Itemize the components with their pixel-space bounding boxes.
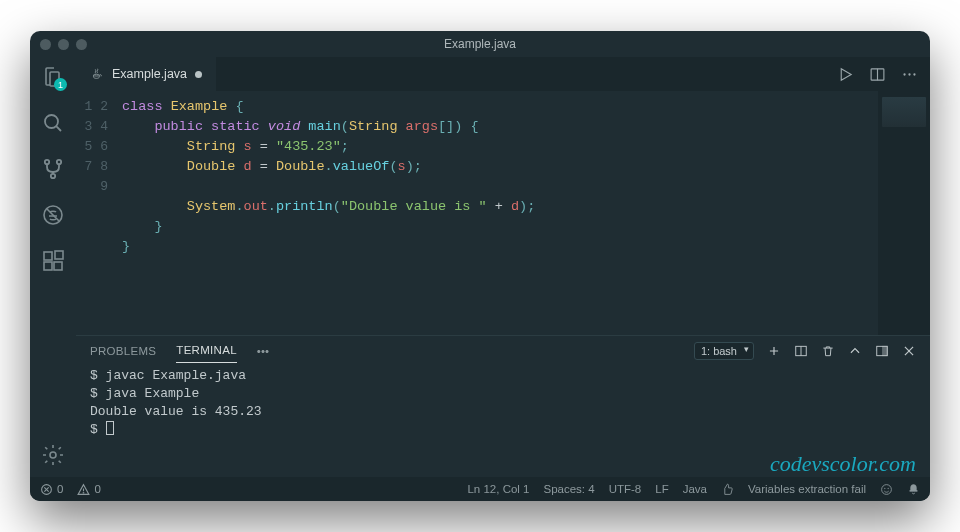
svg-point-32 (885, 488, 886, 489)
main-area: 1 Example.java (30, 57, 930, 477)
tab-example-java[interactable]: Example.java (76, 57, 216, 91)
panel-tab-terminal[interactable]: TERMINAL (176, 338, 237, 363)
svg-rect-9 (54, 262, 62, 270)
window-title: Example.java (30, 37, 930, 51)
status-message[interactable]: Variables extraction fail (748, 483, 866, 495)
minimap[interactable] (878, 91, 930, 335)
tab-dirty-indicator (195, 71, 202, 78)
svg-point-16 (908, 73, 910, 75)
svg-rect-7 (44, 252, 52, 260)
svg-rect-10 (55, 251, 63, 259)
split-editor-icon[interactable] (868, 65, 886, 83)
new-terminal-icon[interactable] (766, 343, 781, 358)
status-indentation[interactable]: Spaces: 4 (543, 483, 594, 495)
panel-tab-more-icon[interactable]: ••• (257, 345, 269, 357)
status-bar: 0 0 Ln 12, Col 1 Spaces: 4 UTF-8 LF Java… (30, 477, 930, 501)
status-language[interactable]: Java (683, 483, 707, 495)
search-icon[interactable] (41, 111, 65, 135)
panel-tab-problems[interactable]: PROBLEMS (90, 339, 156, 363)
svg-point-15 (903, 73, 905, 75)
extensions-icon[interactable] (41, 249, 65, 273)
close-panel-icon[interactable] (901, 343, 916, 358)
status-thumbs-icon[interactable] (721, 483, 734, 496)
activity-bar: 1 (30, 57, 76, 477)
line-number-gutter: 1 2 3 4 5 6 7 8 9 (76, 91, 122, 335)
status-eol[interactable]: LF (655, 483, 668, 495)
watermark: codevscolor.com (770, 455, 916, 473)
terminal-output[interactable]: $ javac Example.java $ java Example Doub… (76, 365, 930, 477)
svg-point-3 (57, 160, 61, 164)
source-control-icon[interactable] (41, 157, 65, 181)
terminal-cursor (106, 421, 114, 435)
java-file-icon (90, 67, 104, 81)
maximize-panel-icon[interactable] (847, 343, 862, 358)
explorer-badge: 1 (54, 78, 67, 91)
debug-icon[interactable] (41, 203, 65, 227)
editor-actions (836, 57, 930, 91)
svg-point-0 (45, 115, 58, 128)
svg-point-17 (913, 73, 915, 75)
svg-line-1 (56, 126, 61, 131)
status-encoding[interactable]: UTF-8 (609, 483, 642, 495)
svg-point-12 (94, 74, 100, 76)
svg-point-30 (84, 492, 85, 493)
more-actions-icon[interactable] (900, 65, 918, 83)
svg-point-4 (51, 174, 55, 178)
panel-tabs: PROBLEMS TERMINAL ••• 1: bash (76, 336, 930, 365)
svg-point-31 (882, 484, 892, 494)
svg-point-33 (888, 488, 889, 489)
editor-column: Example.java 1 2 3 4 5 6 7 8 9 class Exa… (76, 57, 930, 477)
status-bell-icon[interactable] (907, 483, 920, 496)
status-warnings[interactable]: 0 (77, 483, 100, 496)
svg-point-2 (45, 160, 49, 164)
code-area[interactable]: class Example { public static void main(… (122, 91, 878, 335)
status-feedback-icon[interactable] (880, 483, 893, 496)
titlebar: Example.java (30, 31, 930, 57)
tab-filename: Example.java (112, 67, 187, 81)
toggle-panel-icon[interactable] (874, 343, 889, 358)
bottom-panel: PROBLEMS TERMINAL ••• 1: bash $ javac Ex… (76, 335, 930, 477)
editor-tabs: Example.java (76, 57, 930, 91)
kill-terminal-icon[interactable] (820, 343, 835, 358)
status-cursor-position[interactable]: Ln 12, Col 1 (467, 483, 529, 495)
terminal-select[interactable]: 1: bash (694, 342, 754, 360)
svg-rect-23 (882, 346, 887, 355)
settings-gear-icon[interactable] (41, 443, 65, 467)
explorer-icon[interactable]: 1 (41, 65, 65, 89)
svg-rect-8 (44, 262, 52, 270)
status-errors[interactable]: 0 (40, 483, 63, 496)
run-icon[interactable] (836, 65, 854, 83)
svg-point-11 (50, 452, 56, 458)
editor-window: Example.java 1 (30, 31, 930, 501)
editor-body[interactable]: 1 2 3 4 5 6 7 8 9 class Example { public… (76, 91, 930, 335)
split-terminal-icon[interactable] (793, 343, 808, 358)
